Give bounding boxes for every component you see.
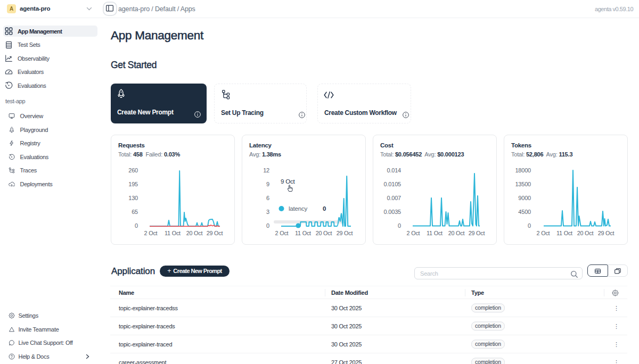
svg-text:2 Oct: 2 Oct: [144, 230, 158, 236]
svg-text:20 Oct: 20 Oct: [577, 230, 594, 236]
svg-text:9000: 9000: [518, 195, 531, 201]
svg-text:3: 3: [266, 209, 269, 215]
svg-text:11 Oct: 11 Oct: [556, 230, 572, 236]
svg-text:20 Oct: 20 Oct: [316, 230, 332, 236]
svg-text:0.014: 0.014: [387, 167, 401, 173]
svg-text:11 Oct: 11 Oct: [165, 230, 181, 236]
svg-text:0: 0: [528, 222, 531, 229]
svg-text:11 Oct: 11 Oct: [295, 230, 311, 236]
svg-text:latency: latency: [289, 205, 307, 212]
svg-text:0: 0: [323, 205, 326, 212]
svg-text:0: 0: [398, 222, 401, 229]
svg-text:29 Oct: 29 Oct: [598, 230, 615, 236]
svg-text:65: 65: [132, 209, 138, 215]
svg-text:13500: 13500: [515, 181, 531, 187]
svg-text:2 Oct: 2 Oct: [275, 230, 289, 236]
svg-text:18000: 18000: [515, 167, 531, 173]
svg-text:195: 195: [128, 181, 138, 187]
svg-text:9 Oct: 9 Oct: [281, 178, 295, 185]
svg-text:20 Oct: 20 Oct: [186, 230, 203, 236]
svg-text:2 Oct: 2 Oct: [407, 230, 420, 236]
svg-text:6: 6: [266, 195, 269, 201]
svg-text:0.007: 0.007: [387, 195, 401, 201]
svg-text:260: 260: [128, 167, 138, 173]
svg-text:20 Oct: 20 Oct: [448, 230, 465, 236]
svg-text:11 Oct: 11 Oct: [427, 230, 443, 236]
svg-text:0: 0: [266, 222, 269, 229]
svg-text:0.0035: 0.0035: [384, 209, 402, 215]
svg-text:4500: 4500: [518, 209, 531, 215]
svg-text:29 Oct: 29 Oct: [207, 230, 223, 236]
svg-text:0: 0: [135, 222, 138, 229]
svg-text:29 Oct: 29 Oct: [469, 230, 485, 236]
svg-text:12: 12: [263, 167, 269, 173]
svg-text:29 Oct: 29 Oct: [337, 230, 353, 236]
svg-text:0.0105: 0.0105: [384, 181, 402, 187]
svg-text:130: 130: [128, 195, 138, 201]
svg-text:2 Oct: 2 Oct: [537, 230, 550, 236]
svg-text:9: 9: [266, 181, 269, 187]
